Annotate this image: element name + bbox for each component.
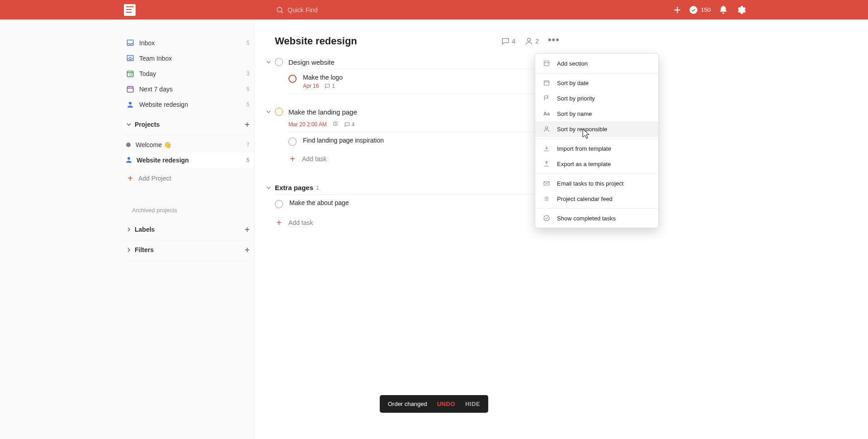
- search-icon: [276, 6, 284, 14]
- list-icon: [542, 195, 552, 202]
- toast-undo-button[interactable]: UNDO: [437, 401, 455, 407]
- chevron-right-icon: [125, 248, 133, 252]
- sidebar-project-redesign[interactable]: Website redesign 5: [122, 153, 254, 168]
- task-checkbox[interactable]: [275, 108, 283, 116]
- add-project-label: Add Project: [138, 175, 171, 182]
- project-actions-menu: Add section Sort by date Sort by priorit…: [535, 53, 659, 228]
- add-label-icon[interactable]: +: [245, 225, 250, 234]
- menu-sort-date[interactable]: Sort by date: [535, 75, 658, 91]
- task-comment-count: 1: [332, 83, 335, 89]
- project-label: Welcome 👋: [136, 141, 171, 148]
- toast-hide-button[interactable]: HIDE: [465, 401, 480, 407]
- menu-separator: [535, 73, 658, 73]
- svg-point-15: [544, 215, 549, 221]
- menu-label: Add section: [557, 60, 588, 67]
- project-header: Website redesign 4 2 •••: [275, 35, 560, 47]
- menu-import-template[interactable]: Import from template: [535, 141, 658, 156]
- section-header-landing[interactable]: Make the landing page: [275, 105, 560, 119]
- menu-label: Email tasks to this project: [557, 180, 623, 187]
- add-filter-icon[interactable]: +: [245, 246, 250, 254]
- person-icon: [125, 99, 136, 110]
- sidebar-item-inbox[interactable]: Inbox 5: [122, 35, 254, 51]
- menu-sort-name[interactable]: Aa Sort by name: [535, 106, 658, 121]
- section-header-extra[interactable]: Extra pages 1: [275, 181, 560, 194]
- sidebar-item-team-inbox[interactable]: Team Inbox: [122, 51, 254, 66]
- svg-rect-11: [544, 61, 549, 66]
- task-checkbox[interactable]: [288, 75, 297, 83]
- menu-show-completed[interactable]: Show completed tasks: [535, 210, 658, 226]
- task-checkbox[interactable]: [275, 58, 283, 66]
- menu-email-tasks[interactable]: Email tasks to this project: [535, 176, 658, 191]
- task-comments[interactable]: 1: [324, 83, 335, 89]
- toast: Order changed UNDO HIDE: [380, 395, 488, 413]
- section-header-design[interactable]: Design website: [275, 55, 560, 69]
- add-task-button[interactable]: + Add task: [275, 219, 560, 227]
- svg-point-2: [690, 6, 698, 14]
- section-title-label: Make the landing page: [288, 108, 357, 116]
- section-design: Design website Make the logo Apr 16 1: [275, 55, 560, 94]
- section-task-count: 1: [316, 184, 319, 191]
- menu-separator: [535, 173, 658, 174]
- sidebar-project-welcome[interactable]: Welcome 👋 7: [122, 137, 254, 153]
- sidebar-item-next7[interactable]: Next 7 days 5: [122, 81, 254, 97]
- search-box[interactable]: [273, 3, 391, 17]
- archived-projects-link[interactable]: Archived projects: [122, 207, 254, 214]
- svg-rect-12: [544, 81, 549, 85]
- svg-point-0: [277, 7, 282, 12]
- home-button[interactable]: [122, 2, 137, 18]
- sidebar-item-count: 5: [246, 86, 250, 92]
- project-title: Website redesign: [275, 35, 357, 47]
- menu-add-section[interactable]: Add section: [535, 56, 658, 71]
- add-project-icon[interactable]: +: [245, 120, 250, 129]
- menu-label: Sort by date: [557, 80, 589, 86]
- sidebar-section-projects[interactable]: Projects +: [122, 117, 254, 132]
- task-title: Make the about page: [289, 199, 547, 206]
- person-icon: [542, 125, 552, 133]
- projects-header-label: Projects: [135, 121, 160, 128]
- settings-icon[interactable]: [736, 5, 746, 15]
- add-project-button[interactable]: + Add Project: [122, 171, 254, 186]
- sidebar-section-filters[interactable]: Filters +: [122, 242, 254, 258]
- task-checkbox[interactable]: [275, 200, 283, 208]
- sidebar-item-today[interactable]: 17 Today 3: [122, 66, 254, 81]
- people-count: 2: [535, 38, 539, 45]
- notifications-icon[interactable]: [719, 5, 728, 15]
- sidebar-item-label: Inbox: [139, 39, 155, 47]
- task-comment-count: 4: [352, 121, 355, 128]
- comment-icon: [501, 37, 510, 46]
- task-row[interactable]: Make the logo Apr 16 1: [288, 69, 560, 94]
- chevron-down-icon: [125, 122, 133, 127]
- team-inbox-icon: [125, 53, 136, 64]
- menu-export-template[interactable]: Export as a template: [535, 156, 658, 172]
- sidebar-item-count: 3: [246, 71, 250, 77]
- task-checkbox[interactable]: [288, 138, 297, 146]
- chevron-down-icon: [265, 184, 272, 191]
- task-comments[interactable]: 4: [344, 121, 355, 128]
- menu-calendar-feed[interactable]: Project calendar feed: [535, 191, 658, 206]
- import-icon: [542, 145, 552, 152]
- comment-icon: [324, 83, 330, 89]
- section-header-meta: Mar 20 2:00 AM 4: [288, 120, 560, 132]
- search-input[interactable]: [288, 6, 378, 14]
- quick-add-button[interactable]: +: [674, 4, 681, 16]
- add-task-button[interactable]: + Add task: [288, 155, 560, 163]
- task-row[interactable]: Make the about page: [275, 194, 560, 214]
- project-more-button[interactable]: •••: [548, 38, 560, 45]
- sidebar-item-count: 5: [246, 101, 250, 108]
- project-people-button[interactable]: 2: [524, 37, 539, 46]
- chevron-right-icon: [125, 227, 133, 232]
- task-title: Make the logo: [303, 74, 560, 81]
- inbox-icon: [125, 38, 136, 48]
- sidebar: Inbox 5 Team Inbox 17 Today 3 Next 7 day…: [0, 19, 255, 439]
- sidebar-item-label: Team Inbox: [139, 55, 172, 62]
- menu-sort-priority[interactable]: Sort by priority: [535, 91, 658, 106]
- task-row[interactable]: Find landing page inspiration: [288, 132, 560, 150]
- menu-sort-responsible[interactable]: Sort by responsible: [535, 121, 658, 137]
- task-due-date: Apr 16: [303, 83, 319, 89]
- svg-line-1: [281, 11, 283, 13]
- project-comments-button[interactable]: 4: [501, 37, 515, 46]
- sidebar-item-shared-project[interactable]: Website redesign 5: [122, 97, 254, 112]
- karma-indicator[interactable]: 150: [689, 5, 711, 14]
- calendar-icon: [125, 84, 136, 95]
- sidebar-section-labels[interactable]: Labels +: [122, 222, 254, 237]
